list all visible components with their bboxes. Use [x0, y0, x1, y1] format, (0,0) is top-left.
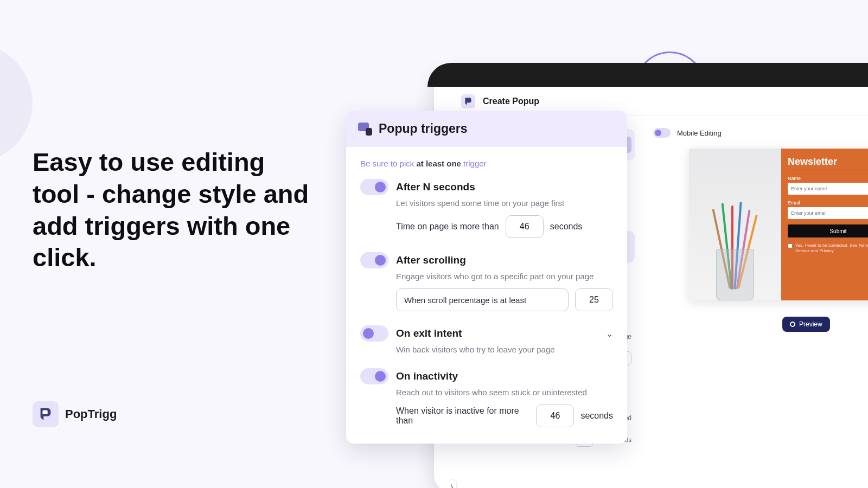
- triggers-panel-title: Popup triggers: [379, 121, 468, 136]
- row-post: seconds: [580, 411, 613, 421]
- hero-copy: Easy to use editing tool - change style …: [33, 146, 315, 274]
- triggers-panel-header: Popup triggers: [346, 111, 627, 147]
- trigger-title: On exit intent: [396, 328, 462, 339]
- trigger-after-scrolling: After scrolling Engage visitors who got …: [360, 252, 613, 311]
- brand: PopTrigg: [33, 401, 117, 427]
- preview-button[interactable]: Preview: [782, 317, 830, 332]
- triggers-panel: Popup triggers Be sure to pick at least …: [346, 111, 627, 444]
- trigger-title: After N seconds: [396, 181, 475, 193]
- name-label: Name: [788, 176, 868, 181]
- popup-form: Newsletter Name Email Submit Yes, I want…: [781, 149, 868, 300]
- trigger-on-inactivity: On inactivity Reach out to visitors who …: [360, 368, 613, 427]
- row-pre: When visitor is inactive for more than: [396, 406, 529, 426]
- trigger-desc: Win back visitors who try to leave your …: [396, 345, 613, 354]
- seconds-input[interactable]: [506, 215, 544, 238]
- consent-checkbox[interactable]: Yes, I want to be contacted. See Terms o…: [788, 243, 868, 254]
- scroll-percent-input[interactable]: [575, 288, 613, 311]
- preview-button-label: Preview: [799, 320, 822, 328]
- preview-area: Mobile Editing Newsletter Name Email: [641, 116, 868, 488]
- trigger-title: After scrolling: [396, 254, 466, 266]
- toggle-icon[interactable]: [653, 128, 671, 138]
- mobile-editing-label: Mobile Editing: [677, 129, 722, 137]
- email-label: Email: [788, 200, 868, 206]
- hero-title: Easy to use editing tool - change style …: [33, 146, 315, 274]
- toggle-after-n-seconds[interactable]: [360, 179, 388, 195]
- app-title: Create Popup: [483, 97, 539, 106]
- brand-name: PopTrigg: [65, 407, 117, 421]
- deco-circle: [0, 43, 33, 163]
- email-input[interactable]: [788, 207, 868, 219]
- trigger-on-exit-intent: On exit intent ⌄ Win back visitors who t…: [360, 325, 613, 354]
- popup-preview: Newsletter Name Email Submit Yes, I want…: [689, 149, 868, 300]
- eye-icon: [790, 322, 795, 327]
- trigger-after-n-seconds: After N seconds Let visitors spend some …: [360, 179, 613, 238]
- name-input[interactable]: [788, 183, 868, 195]
- popup-heading: Newsletter: [788, 156, 868, 170]
- brand-logo-icon: [33, 401, 59, 427]
- trigger-desc: Engage visitors who got to a specific pa…: [396, 272, 613, 281]
- row-post: seconds: [550, 222, 583, 232]
- app-logo-icon: [461, 94, 475, 108]
- mobile-editing-toggle[interactable]: Mobile Editing: [653, 128, 868, 138]
- svg-rect-0: [42, 410, 47, 415]
- trigger-desc: Reach out to visitors who seem stuck or …: [396, 388, 613, 397]
- trigger-title: On inactivity: [396, 370, 458, 382]
- toggle-on-exit-intent[interactable]: [360, 325, 388, 342]
- popup-triggers-icon: [358, 123, 372, 136]
- submit-button[interactable]: Submit: [788, 224, 868, 237]
- gear-icon[interactable]: [451, 479, 457, 488]
- row-pre: Time on page is more than: [396, 222, 499, 232]
- triggers-hint: Be sure to pick at least one trigger: [360, 159, 613, 168]
- trigger-desc: Let visitors spend some time on your pag…: [396, 198, 613, 208]
- device-bezel: [427, 63, 868, 87]
- chevron-down-icon[interactable]: ⌄: [606, 329, 613, 339]
- inactivity-seconds-input[interactable]: [536, 404, 574, 427]
- toggle-after-scrolling[interactable]: [360, 252, 388, 268]
- toggle-on-inactivity[interactable]: [360, 368, 388, 384]
- popup-image: [689, 149, 781, 300]
- scroll-condition-input[interactable]: [396, 288, 569, 311]
